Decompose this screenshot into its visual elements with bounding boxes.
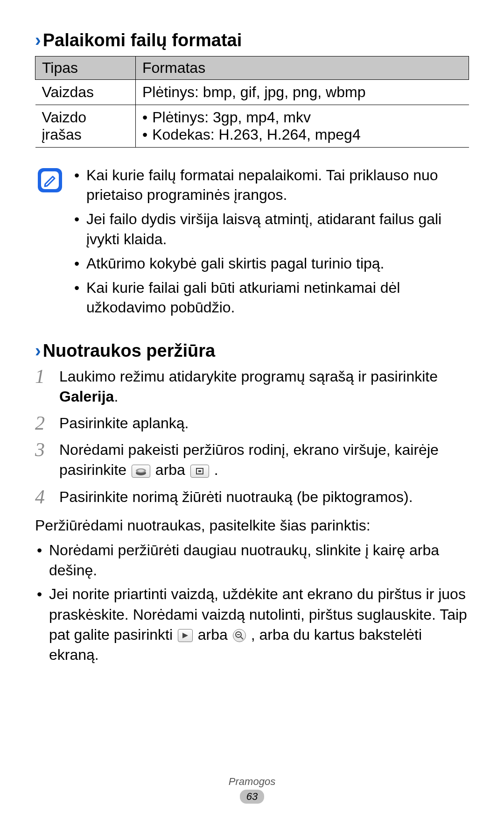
heading-text: Palaikomi failų formatai (43, 30, 242, 50)
step-number: 1 (35, 367, 59, 407)
stack-view-icon (132, 465, 150, 478)
option-item: Jei norite priartinti vaizdą, uždėkite a… (35, 584, 469, 665)
cell-video-value: Plėtinys: 3gp, mp4, mkv Kodekas: H.263, … (136, 105, 469, 148)
step-body: Laukimo režimu atidarykite programų sąra… (59, 367, 469, 407)
table-header-row: Tipas Formatas (35, 57, 469, 80)
th-type: Tipas (35, 57, 136, 80)
options-intro: Peržiūrėdami nuotraukas, pasitelkite šia… (35, 516, 469, 536)
step1-bold: Galerija (59, 388, 114, 405)
step1-suffix: . (114, 388, 118, 405)
option-item: Norėdami peržiūrėti daugiau nuotraukų, s… (35, 540, 469, 580)
cell-image-label: Vaizdas (35, 80, 136, 105)
step-body: Norėdami pakeisti peržiūros rodinį, ekra… (59, 440, 469, 480)
formats-table: Tipas Formatas Vaizdas Plėtinys: bmp, gi… (35, 56, 469, 148)
footer-category: Pramogos (0, 776, 504, 788)
step1-prefix: Laukimo režimu atidarykite programų sąra… (59, 368, 438, 385)
note-pencil-icon (37, 167, 63, 193)
document-page: › Palaikomi failų formatai Tipas Formata… (0, 0, 504, 665)
chevron-icon: › (35, 30, 41, 50)
options-list: Norėdami peržiūrėti daugiau nuotraukų, s… (35, 540, 469, 665)
step-body: Pasirinkite aplanką. (59, 413, 469, 433)
note-block: Kai kurie failų formatai nepalaikomi. Ta… (35, 165, 469, 322)
cell-video-label: Vaizdo įrašas (35, 105, 136, 148)
table-row: Vaizdas Plėtinys: bmp, gif, jpg, png, wb… (35, 80, 469, 105)
heading-photo-review: › Nuotraukos peržiūra (35, 341, 469, 361)
svg-line-9 (240, 636, 243, 639)
note-list: Kai kurie failų formatai nepalaikomi. Ta… (73, 165, 469, 322)
page-number-badge: 63 (240, 790, 264, 804)
svg-marker-7 (182, 633, 188, 638)
chevron-icon: › (35, 341, 41, 361)
step-1: 1 Laukimo režimu atidarykite programų są… (35, 367, 469, 407)
note-item: Atkūrimo kokybė gali skirtis pagal turin… (73, 254, 469, 273)
heading-text: Nuotraukos peržiūra (43, 341, 216, 361)
th-format: Formatas (136, 57, 469, 80)
step-number: 3 (35, 440, 59, 480)
opt2-text-mid: arba (198, 626, 232, 643)
step3-text-a: Norėdami pakeisti peržiūros rodinį, ekra… (59, 441, 439, 478)
step-4: 4 Pasirinkite norimą žiūrėti nuotrauką (… (35, 487, 469, 507)
table-row: Vaizdo įrašas Plėtinys: 3gp, mp4, mkv Ko… (35, 105, 469, 148)
step-body: Pasirinkite norimą žiūrėti nuotrauką (be… (59, 487, 469, 507)
zoom-in-icon (178, 629, 193, 642)
step-number: 4 (35, 487, 59, 507)
step-number: 2 (35, 413, 59, 433)
page-footer: Pramogos 63 (0, 776, 504, 804)
svg-rect-6 (198, 470, 201, 472)
step3-text-end: . (214, 461, 218, 478)
step-3: 3 Norėdami pakeisti peržiūros rodinį, ek… (35, 440, 469, 480)
steps-list: 1 Laukimo režimu atidarykite programų są… (35, 367, 469, 507)
heading-supported-formats: › Palaikomi failų formatai (35, 30, 469, 50)
video-extensions: Plėtinys: 3gp, mp4, mkv (142, 109, 462, 126)
note-item: Kai kurie failai gali būti atkuriami net… (73, 278, 469, 317)
step-2: 2 Pasirinkite aplanką. (35, 413, 469, 433)
zoom-out-icon (233, 629, 246, 642)
step3-text-mid: arba (155, 461, 189, 478)
cell-image-value: Plėtinys: bmp, gif, jpg, png, wbmp (136, 80, 469, 105)
note-item: Jei failo dydis viršija laisvą atmintį, … (73, 209, 469, 248)
svg-point-4 (138, 469, 144, 472)
grid-view-icon (190, 465, 209, 478)
note-item: Kai kurie failų formatai nepalaikomi. Ta… (73, 165, 469, 205)
video-codecs: Kodekas: H.263, H.264, mpeg4 (142, 126, 462, 143)
